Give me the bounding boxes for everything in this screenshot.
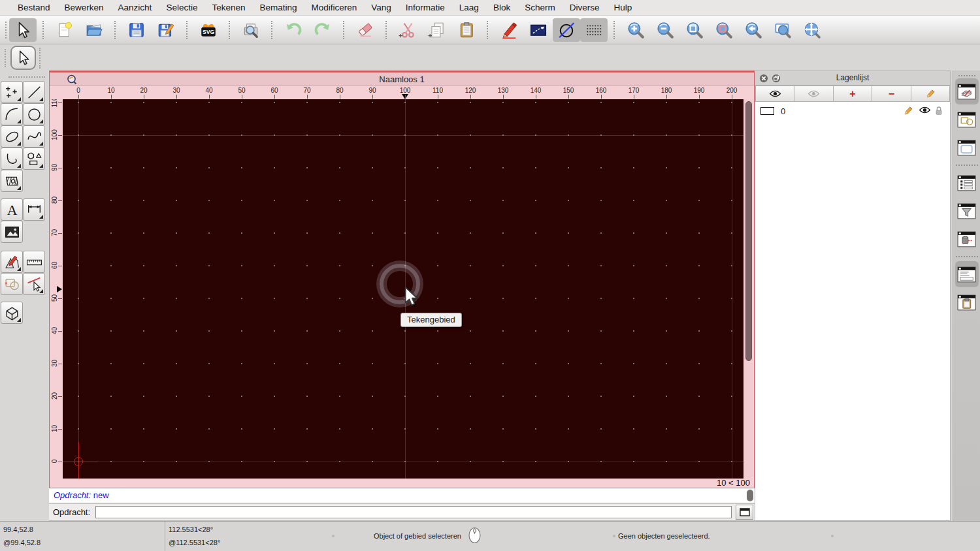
modify-tool-button[interactable] [1, 251, 23, 273]
hruler-label: 160 [591, 87, 611, 94]
menu-blok[interactable]: Blok [486, 3, 517, 12]
toolbar-drag-handle[interactable] [5, 22, 7, 39]
list-panel-button[interactable] [955, 170, 979, 196]
points-tool-button[interactable] [1, 81, 23, 103]
cursor-button[interactable] [9, 18, 37, 42]
arc-tool-button[interactable] [1, 103, 23, 125]
selection-tools-tool-button[interactable] [1, 273, 23, 295]
edit-layer-icon[interactable] [903, 106, 914, 117]
shapes-tool-button[interactable] [23, 148, 45, 170]
menu-aanzicht[interactable]: Aanzicht [111, 3, 159, 12]
canvas-vertical-scrollbar[interactable] [743, 99, 754, 479]
zoom-window-button[interactable] [768, 18, 797, 42]
solid-tool-button[interactable] [1, 302, 23, 324]
menu-bestand[interactable]: Bestand [10, 3, 57, 12]
relative-coordinates: @99.4,52.8 [3, 539, 41, 546]
redo-button[interactable] [308, 18, 337, 42]
svg-export-button[interactable]: SVG [193, 18, 223, 42]
polyline-mode-button[interactable] [523, 18, 553, 42]
hruler-label: 190 [689, 87, 709, 94]
open-button[interactable] [79, 18, 108, 42]
hruler-label: 110 [428, 87, 448, 94]
menu-laag[interactable]: Laag [452, 3, 486, 12]
new-button[interactable] [50, 18, 79, 42]
hruler-label: 140 [526, 87, 546, 94]
zoom-selected-button[interactable] [709, 18, 738, 42]
show-all-layers-button[interactable] [755, 86, 794, 102]
library-panel-button[interactable] [955, 134, 979, 161]
zoom-out-button[interactable] [650, 18, 679, 42]
grid-snap-button[interactable] [580, 18, 608, 42]
circle-tool-button[interactable] [23, 103, 45, 125]
scrollbar-thumb[interactable] [745, 101, 752, 361]
ellipse-tool-button[interactable] [1, 125, 23, 148]
remove-layer-button[interactable]: − [872, 86, 911, 102]
dimension-tool-button[interactable] [23, 198, 45, 221]
zoom-auto-button[interactable] [679, 18, 709, 42]
measure-tool-button[interactable] [23, 251, 45, 273]
menu-modificeren[interactable]: Modificeren [304, 3, 365, 12]
command-input[interactable] [95, 506, 732, 518]
text-tool-button[interactable]: A [1, 198, 23, 221]
menu-bewerken[interactable]: Bewerken [57, 3, 111, 12]
save-button[interactable] [122, 18, 151, 42]
drawing-window-titlebar[interactable]: Naamloos 1 [50, 71, 754, 86]
delete-button[interactable] [350, 18, 380, 42]
edit-layer-button[interactable] [911, 86, 950, 102]
vruler-tick [58, 331, 62, 332]
image-tool-button[interactable] [1, 221, 23, 243]
pan-button[interactable] [797, 18, 826, 42]
hruler-tick [699, 95, 700, 99]
layer-visible-icon[interactable] [919, 106, 930, 117]
menu-vang[interactable]: Vang [364, 3, 399, 12]
clipboard-panel-button[interactable] [955, 289, 979, 315]
hatch-tool-button[interactable] [1, 170, 23, 192]
vruler-label: 40 [51, 323, 58, 339]
cut-button[interactable] [393, 18, 422, 42]
blocks-panel-button[interactable] [955, 106, 979, 133]
selection-tool-button[interactable] [10, 46, 36, 70]
hruler-label: 90 [363, 87, 382, 94]
palette-drag-handle[interactable] [8, 76, 45, 78]
copy-button[interactable] [422, 18, 451, 42]
zoom-in-icon [627, 21, 645, 39]
layers-panel-button[interactable] [955, 78, 979, 104]
layer-row[interactable]: 0 [755, 104, 950, 118]
menu-hulp[interactable]: Hulp [606, 3, 639, 12]
close-icon[interactable] [759, 74, 768, 83]
menu-scherm[interactable]: Scherm [517, 3, 563, 12]
layer-lock-icon[interactable] [934, 106, 945, 117]
ortho-mode-button[interactable] [553, 18, 580, 42]
save-as-button[interactable] [151, 18, 180, 42]
detach-command-line-button[interactable] [736, 505, 753, 520]
paste-button[interactable] [451, 18, 481, 42]
light-panel-button[interactable] [955, 226, 979, 252]
hruler-tick [405, 95, 406, 99]
menu-selectie[interactable]: Selectie [159, 3, 204, 12]
menu-informatie[interactable]: Informatie [399, 3, 452, 12]
menu-tekenen[interactable]: Tekenen [204, 3, 252, 12]
menu-diverse[interactable]: Diverse [563, 3, 607, 12]
history-scrollbar-thumb[interactable] [747, 490, 753, 501]
filter-panel-button[interactable] [955, 198, 979, 224]
menu-bemating[interactable]: Bemating [252, 3, 304, 12]
toolbar-drag-handle[interactable] [5, 49, 6, 67]
line-tool-button[interactable] [23, 81, 45, 103]
layer-panel-header[interactable]: Lagenlijst [755, 71, 950, 86]
hruler-tick [176, 95, 177, 99]
drawing-canvas[interactable]: Tekengebied [63, 99, 743, 479]
dock-drag-handle[interactable] [958, 75, 975, 76]
zoom-in-button[interactable] [621, 18, 650, 42]
add-layer-button[interactable]: + [834, 86, 872, 102]
undo-button[interactable] [278, 18, 308, 42]
spline-tool-button[interactable] [23, 125, 45, 148]
zoom-previous-button[interactable] [738, 18, 768, 42]
float-panel-icon[interactable] [772, 74, 781, 83]
command-panel-button[interactable] [955, 261, 979, 287]
hide-all-layers-button[interactable] [794, 86, 833, 102]
layer-color-swatch[interactable] [760, 107, 774, 115]
draw-pencil-button[interactable] [494, 18, 523, 42]
print-preview-button[interactable] [236, 18, 265, 42]
polyline-tool-button[interactable] [1, 148, 23, 170]
attributes-tool-button[interactable] [23, 273, 45, 295]
